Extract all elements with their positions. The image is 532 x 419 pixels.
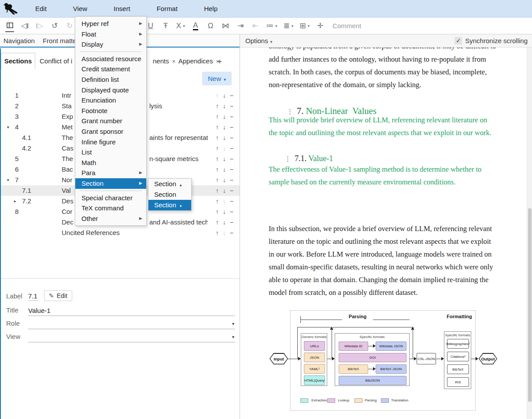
document-editor[interactable]: ontology is populated from a given corpu… <box>240 48 532 419</box>
document-scrollbar[interactable] <box>527 48 532 419</box>
chevron-down-icon[interactable]: ▾ <box>308 24 310 28</box>
paragraph[interactable]: add further instances to the ontology, w… <box>269 53 504 91</box>
move-up-icon[interactable]: ↑ <box>216 208 219 215</box>
tab-conflict-of-i[interactable]: Conflict of i <box>40 57 72 65</box>
insert-menu-item-grant-sponsor[interactable]: Grant sponsor <box>75 126 146 137</box>
insert-menu-item-footnote[interactable]: Footnote <box>75 106 146 116</box>
remove-icon[interactable]: − <box>230 219 233 226</box>
tab-sections[interactable]: Sections <box>1 53 35 69</box>
insert-menu-item-credit-statement[interactable]: Credit statement <box>75 64 146 74</box>
section-7-1-note[interactable]: The effectiveness of Value-1 sampling me… <box>269 163 504 188</box>
remove-icon[interactable]: − <box>230 176 233 184</box>
submenu-item-section-up[interactable]: Section▴ <box>148 179 191 189</box>
add-tab-button[interactable]: + <box>218 57 222 66</box>
insert-menu-item-display[interactable]: Display▶ <box>75 39 146 50</box>
title-input[interactable]: Value-1 <box>28 305 235 316</box>
insert-menu-item-list[interactable]: List <box>75 147 146 158</box>
remove-icon[interactable]: − <box>230 134 233 141</box>
move-up-icon[interactable]: ↑ <box>216 155 219 162</box>
menu-insert[interactable]: Insert <box>100 0 144 18</box>
sub-superscript-icon[interactable]: X▾ <box>176 20 185 32</box>
insert-menu-item-inline-figure[interactable]: Inline figure <box>75 137 146 147</box>
submenu-item-section[interactable]: Section <box>148 189 191 200</box>
move-up-icon[interactable]: ↑ <box>216 166 219 173</box>
insert-menu-item-enunciation[interactable]: Enunciation <box>75 95 146 106</box>
edit-label-button[interactable]: ✎Edit <box>44 290 72 301</box>
insert-menu-item-para[interactable]: Para▶ <box>75 168 146 178</box>
table-icon[interactable]: ⊞▾ <box>299 20 310 32</box>
bullet-list-icon[interactable]: ≔▾ <box>266 20 277 32</box>
strikethrough-icon[interactable]: Ŧ <box>161 20 170 32</box>
move-down-icon[interactable]: ↓ <box>223 124 226 131</box>
menu-help[interactable]: Help <box>191 0 231 18</box>
move-down-icon[interactable]: ↓ <box>223 219 226 226</box>
remove-icon[interactable]: − <box>230 124 233 131</box>
remove-icon[interactable]: − <box>230 198 233 205</box>
chevron-down-icon[interactable]: ▾ <box>275 24 277 28</box>
move-up-icon[interactable]: ↑ <box>216 187 219 194</box>
section-row[interactable]: Uncited References↑↓− <box>1 228 240 238</box>
move-down-icon[interactable]: ↓ <box>223 134 226 141</box>
caret-expanded-icon[interactable]: ▾ <box>7 122 9 132</box>
insert-menu-item-section[interactable]: Section▶ <box>75 178 146 189</box>
move-up-icon[interactable]: ↑ <box>216 113 219 120</box>
panel-mode-front-matter[interactable]: Front matter <box>43 37 79 44</box>
synchronize-scrolling-control[interactable]: ✓ Synchronize scrolling <box>454 37 528 44</box>
remove-icon[interactable]: − <box>230 229 233 236</box>
view-select[interactable]: ▾ <box>28 332 235 342</box>
remove-icon[interactable]: − <box>230 145 233 152</box>
insert-menu-item-definition-list[interactable]: Definition list <box>75 74 146 85</box>
insert-menu-item-math[interactable]: Math <box>75 158 146 168</box>
toggle-panel-icon[interactable] <box>5 20 14 32</box>
skip-next-icon[interactable]: ▷ <box>35 20 44 32</box>
role-select[interactable]: ▾ <box>28 319 235 329</box>
insert-menu-item-special-character[interactable]: Special character <box>75 193 146 203</box>
move-down-icon[interactable]: ↓ <box>223 103 226 110</box>
insert-menu-item-grant-number[interactable]: Grant number <box>75 116 146 126</box>
menu-format[interactable]: Format <box>144 0 191 18</box>
move-down-icon[interactable]: ↓ <box>223 166 226 173</box>
move-up-icon[interactable]: ↑ <box>216 134 219 141</box>
remove-icon[interactable]: − <box>230 208 233 215</box>
remove-icon[interactable]: − <box>230 103 233 110</box>
section-7-note[interactable]: This will provide brief overview of LLM,… <box>269 114 504 139</box>
insert-menu-item-associated-resource[interactable]: Associated resource <box>75 54 146 64</box>
remove-icon[interactable]: − <box>230 113 233 120</box>
menu-view[interactable]: View <box>60 0 100 18</box>
move-icon[interactable]: ✛ <box>316 20 325 32</box>
synchronize-scrolling-checkbox[interactable]: ✓ <box>454 37 462 44</box>
caret-expanded-icon[interactable]: ▾ <box>7 175 9 185</box>
options-dropdown[interactable]: Options▾ <box>245 37 272 44</box>
move-down-icon[interactable]: ↓ <box>223 155 226 162</box>
move-up-icon[interactable]: ↑ <box>216 219 219 226</box>
new-section-button[interactable]: New▾ <box>202 72 232 85</box>
underline-icon[interactable]: U <box>146 20 155 32</box>
close-icon[interactable]: × <box>172 58 176 65</box>
citation-pipeline-figure[interactable]: Parsing Formatting Input Output <box>290 310 476 411</box>
move-down-icon[interactable]: ↓ <box>223 113 226 120</box>
caret-collapsed-icon[interactable]: ▸ <box>14 196 16 206</box>
chevron-down-icon[interactable]: ▾ <box>292 24 294 28</box>
remove-icon[interactable]: − <box>230 155 233 162</box>
move-up-icon[interactable]: ↑ <box>216 103 219 110</box>
menu-edit[interactable]: Edit <box>22 0 60 18</box>
insert-menu-item-displayed-quote[interactable]: Displayed quote <box>75 85 146 96</box>
skip-previous-icon[interactable]: ◁ <box>20 20 29 32</box>
insert-menu-item-tex-command[interactable]: TeX command <box>75 203 146 213</box>
font-color-icon[interactable]: A <box>191 20 200 32</box>
drag-handle-icon[interactable]: ⋮ <box>284 155 291 162</box>
indent-increase-icon[interactable]: ⇥ <box>236 20 245 32</box>
submenu-item-section-down[interactable]: Section▾ <box>148 200 191 210</box>
special-character-icon[interactable]: Ω <box>206 20 215 32</box>
insert-menu-item-hyper-ref[interactable]: Hyper ref▶ <box>75 18 146 29</box>
remove-icon[interactable]: − <box>230 92 233 99</box>
move-down-icon[interactable]: ↓ <box>223 92 226 99</box>
move-up-icon[interactable]: ↑ <box>216 145 219 152</box>
move-up-icon[interactable]: ↑ <box>216 176 219 184</box>
move-down-icon[interactable]: ↓ <box>223 176 226 184</box>
redo-icon[interactable]: ↻ <box>65 20 74 32</box>
move-down-icon[interactable]: ↓ <box>223 187 226 194</box>
panel-mode-navigation[interactable]: Navigation <box>4 37 35 44</box>
insert-menu-item-float[interactable]: Float▶ <box>75 29 146 40</box>
chevron-down-icon[interactable]: ▾ <box>183 24 185 28</box>
